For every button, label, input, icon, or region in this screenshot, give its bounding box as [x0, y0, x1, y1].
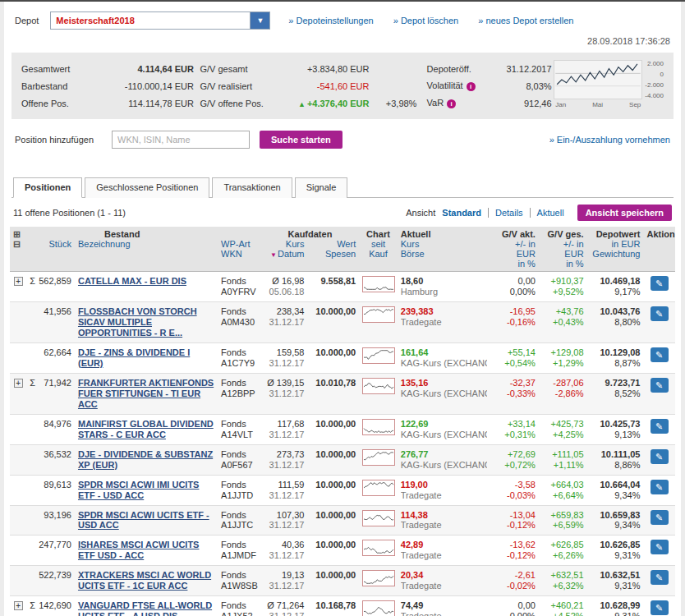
position-name-link[interactable]: DJE - DIVIDENDE & SUBSTANZ XP (EUR)	[78, 449, 213, 470]
buy-value: 10.000,00	[307, 414, 359, 444]
order-action-button[interactable]: ✎	[651, 510, 669, 525]
position-name-link[interactable]: SPDR MSCI ACWI IMI UCITS ETF - USD ACC	[78, 480, 199, 500]
barbestand-value: -110.000,14 EUR	[95, 81, 194, 91]
position-row: + Σ71,942 FRANKFURTER AKTIENFONDS FUER S…	[10, 373, 675, 414]
gv-realisiert-value: -541,60 EUR	[278, 81, 369, 91]
quantity: 142,690	[39, 600, 71, 611]
gv-gesamt-label: G/V gesamt	[200, 64, 278, 74]
wkn: A14VLT	[221, 430, 258, 440]
position-name-link[interactable]: ISHARES MSCI ACWI UCITS ETF USD - ACC	[78, 540, 200, 560]
buy-price: 273,73	[277, 449, 305, 459]
wp-art: Fonds	[221, 570, 246, 580]
view-label: Ansicht	[406, 208, 435, 218]
order-action-button[interactable]: ✎	[651, 378, 669, 393]
search-input[interactable]	[112, 131, 250, 149]
depot-delete-link[interactable]: » Depot löschen	[393, 16, 459, 25]
depot-create-link[interactable]: » neues Depot erstellen	[478, 16, 573, 25]
gv-akt-pct: +0,54%	[494, 358, 536, 369]
order-action-button[interactable]: ✎	[651, 306, 669, 321]
header-aktion: Aktion	[643, 227, 675, 272]
depot-select[interactable]: Meisterschaft2018 ▼	[50, 11, 270, 30]
tab-geschlossene-positionen[interactable]: Geschlossene Positionen	[85, 177, 209, 198]
position-name-link[interactable]: XTRACKERS MSCI AC WORLD UCITS ETF - 1C E…	[78, 570, 211, 591]
header-kurs-datum[interactable]: Kurs▼Datum	[261, 239, 308, 272]
info-icon[interactable]: i	[467, 82, 476, 91]
order-action-button[interactable]: ✎	[651, 347, 669, 362]
header-depotwert-sub[interactable]: in EURGewichtung	[587, 239, 644, 272]
sparkline-chart	[362, 276, 395, 292]
position-row: 247,770 ISHARES MSCI ACWI UCITS ETF USD …	[10, 536, 675, 566]
header-kurs-boerse[interactable]: KursBörse	[398, 239, 490, 272]
depot-eur: 10.111,05	[601, 449, 641, 459]
position-name-link[interactable]: CATELLA MAX - EUR DIS	[78, 276, 186, 286]
volatilitaet-value: 8,03%	[498, 81, 552, 91]
view-standard-link[interactable]: Standard	[442, 208, 481, 218]
position-name-link[interactable]: FRANKFURTER AKTIENFONDS FUER STIFTUNGEN …	[78, 378, 214, 409]
search-button[interactable]: Suche starten	[260, 131, 342, 149]
gv-akt-pct: -0,12%	[494, 520, 536, 531]
depot-pct: 8,87%	[591, 358, 641, 369]
header-gv-ges-sub[interactable]: +/- in EURin %	[539, 239, 587, 272]
position-row: + Σ142,690 VANGUARD FTSE ALL-WORLD UCITS…	[10, 596, 675, 616]
info-icon[interactable]: i	[447, 99, 456, 108]
order-action-button[interactable]: ✎	[651, 480, 669, 494]
gesamtwert-value: 4.114,64 EUR	[95, 64, 194, 74]
depot-pct: 9,31%	[591, 611, 641, 616]
position-name-link[interactable]: VANGUARD FTSE ALL-WORLD UCITS ETF - A US…	[78, 600, 212, 616]
wkn: A12BPP	[221, 388, 258, 399]
quantity: 71,942	[44, 378, 71, 388]
header-wert-spesen[interactable]: WertSpesen	[307, 239, 359, 272]
position-row: 84,976 MAINFIRST GLOBAL DIVIDEND STARS -…	[10, 414, 675, 444]
gv-akt-eur: +72,69	[508, 449, 536, 459]
header-bezeichnung[interactable]: Bezeichnung	[75, 239, 218, 272]
header-bestand: Bestand	[26, 227, 218, 239]
gv-ges-pct: +4,52%	[542, 611, 584, 616]
current-price: 18,60	[401, 276, 424, 286]
gv-ges-eur: +664,03	[551, 480, 584, 490]
order-action-button[interactable]: ✎	[651, 419, 669, 434]
header-wpart-wkn[interactable]: WP-ArtWKN	[218, 239, 261, 272]
order-action-button[interactable]: ✎	[651, 600, 669, 615]
position-name-link[interactable]: MAINFIRST GLOBAL DIVIDEND STARS - C EUR …	[78, 419, 214, 439]
order-action-button[interactable]: ✎	[651, 540, 669, 554]
position-name-link[interactable]: SPDR MSCI ACWI UCITS ETF - USD ACC	[78, 510, 209, 531]
position-row: 522,739 XTRACKERS MSCI AC WORLD UCITS ET…	[10, 566, 675, 596]
summary-risk: Depoteröff. 31.12.2017 Volatilitäti 8,03…	[427, 60, 554, 112]
view-aktuell-link[interactable]: Aktuell	[530, 208, 564, 218]
header-stueck[interactable]: Stück	[26, 239, 75, 272]
order-action-button[interactable]: ✎	[651, 276, 669, 291]
order-action-button[interactable]: ✎	[651, 570, 669, 585]
gv-ges-eur: +111,05	[552, 449, 583, 459]
header-gv-akt-sub[interactable]: +/- in EURin %	[490, 239, 539, 272]
sparkline-chart	[362, 510, 395, 526]
save-view-button[interactable]: Ansicht speichern	[577, 205, 672, 221]
wp-art: Fonds	[221, 276, 246, 286]
sigma-symbol: Σ	[30, 600, 35, 611]
expand-icon[interactable]: +	[14, 379, 23, 388]
expand-icon[interactable]: +	[14, 277, 23, 286]
expand-icon[interactable]: +	[14, 601, 23, 610]
cash-transfer-link[interactable]: » Ein-/Auszahlung vornehmen	[549, 135, 670, 145]
buy-value: 10.000,00	[307, 444, 359, 475]
tab-transaktionen[interactable]: Transaktionen	[212, 177, 292, 198]
buy-price: 40,36	[282, 540, 305, 549]
wp-art: Fonds	[221, 449, 246, 459]
performance-chart: Jan Mai Sep 2.000 0 -2.000 -4.000	[554, 60, 664, 112]
depot-label: Depot	[15, 16, 39, 25]
current-price: 161,64	[401, 347, 429, 357]
position-name-link[interactable]: FLOSSBACH VON STORCH SICAV MULTIPLE OPPO…	[78, 306, 197, 338]
tab-positionen[interactable]: Positionen	[13, 177, 82, 198]
view-details-link[interactable]: Details	[488, 208, 523, 218]
expand-all-icon[interactable]: ⊞	[13, 230, 21, 238]
gv-akt-pct: -0,03%	[494, 490, 536, 501]
depot-bar: Depot Meisterschaft2018 ▼ » Depoteinstel…	[10, 2, 675, 33]
chevron-down-icon[interactable]: ▼	[250, 12, 269, 29]
order-action-button[interactable]: ✎	[651, 449, 669, 464]
tab-signale[interactable]: Signale	[295, 177, 348, 198]
depot-settings-link[interactable]: » Depoteinstellungen	[288, 16, 373, 25]
position-name-link[interactable]: DJE - ZINS & DIVIDENDE I (EUR)	[78, 347, 190, 368]
add-position-label: Position hinzufügen	[15, 135, 112, 145]
current-price: 20,34	[401, 570, 424, 580]
collapse-all-icon[interactable]: ⊟	[13, 240, 21, 248]
exchange: Tradegate	[401, 581, 487, 591]
